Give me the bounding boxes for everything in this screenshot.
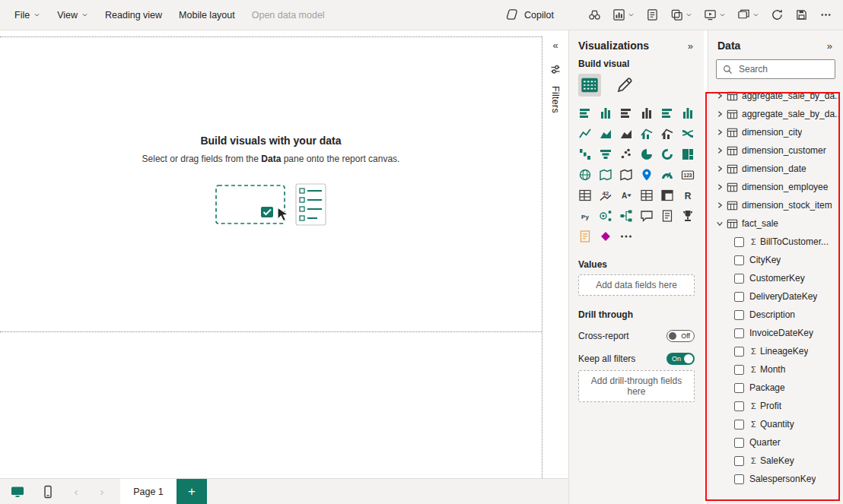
field-row-deliverydatekey[interactable]: DeliveryDateKey xyxy=(708,287,843,306)
card-icon[interactable]: 123 xyxy=(679,167,696,182)
field-checkbox[interactable] xyxy=(734,310,744,320)
table-row-dimension-stock-item[interactable]: dimension_stock_item xyxy=(708,196,843,214)
field-checkbox[interactable] xyxy=(734,474,744,484)
notes-button[interactable] xyxy=(641,5,663,25)
clustered-bar-chart-icon[interactable] xyxy=(618,106,635,121)
report-canvas[interactable]: Build visuals with your data Select or d… xyxy=(0,36,542,332)
cross-report-toggle[interactable]: Off xyxy=(666,330,695,342)
chevron-collapsed-icon[interactable] xyxy=(714,127,725,138)
next-page-button[interactable]: › xyxy=(96,485,108,498)
pie-chart-icon[interactable] xyxy=(638,147,656,162)
more-options-button[interactable] xyxy=(815,5,837,25)
binoculars-button[interactable] xyxy=(584,5,606,25)
chevron-collapsed-icon[interactable] xyxy=(714,145,725,156)
save-button[interactable] xyxy=(791,5,813,25)
data-search-box[interactable] xyxy=(716,59,835,79)
field-row-citykey[interactable]: CityKey xyxy=(708,251,843,269)
gauge-icon[interactable] xyxy=(658,167,676,182)
field-checkbox[interactable] xyxy=(734,328,744,338)
field-row-package[interactable]: Package xyxy=(708,379,843,397)
mobile-view-button[interactable] xyxy=(40,483,56,500)
line-and-stacked-column-chart-icon[interactable] xyxy=(638,126,656,141)
presenter-mode-button[interactable] xyxy=(699,5,730,25)
table-row-fact-sale[interactable]: fact_sale xyxy=(708,214,843,233)
get-more-visuals-icon[interactable] xyxy=(618,229,635,244)
stacked-area-chart-icon[interactable] xyxy=(618,126,635,141)
multi-row-card-icon[interactable] xyxy=(577,188,594,203)
funnel-chart-icon[interactable] xyxy=(597,147,615,162)
100-stacked-column-chart-icon[interactable] xyxy=(679,106,696,121)
field-checkbox[interactable] xyxy=(734,456,744,466)
field-row-lineagekey[interactable]: ΣLineageKey xyxy=(708,342,843,360)
keep-all-filters-toggle[interactable]: On xyxy=(666,353,695,365)
format-visual-tab[interactable] xyxy=(613,74,636,97)
buttons-button[interactable] xyxy=(666,5,697,25)
field-checkbox[interactable] xyxy=(734,365,744,375)
menu-open-data-model[interactable]: Open data model xyxy=(243,5,333,25)
paginated-report-icon[interactable] xyxy=(577,229,594,244)
kpi-icon[interactable]: 42 xyxy=(597,188,615,203)
field-row-salespersonkey[interactable]: SalespersonKey xyxy=(708,470,843,488)
qa-visual-icon[interactable] xyxy=(638,208,656,223)
azure-map-icon[interactable] xyxy=(638,167,656,182)
waterfall-chart-icon[interactable] xyxy=(577,147,594,162)
field-row-salekey[interactable]: ΣSaleKey xyxy=(708,452,843,470)
table-row-dimension-customer[interactable]: dimension_customer xyxy=(708,141,843,160)
page-tab[interactable]: Page 1 xyxy=(120,479,177,504)
menu-view[interactable]: View xyxy=(49,5,97,25)
chevron-collapsed-icon[interactable] xyxy=(714,109,725,119)
build-visual-tab[interactable] xyxy=(578,74,601,97)
field-row-billtocustomer[interactable]: ΣBillToCustomer... xyxy=(708,233,843,251)
table-row-dimension-employee[interactable]: dimension_employee xyxy=(708,178,843,196)
field-checkbox[interactable] xyxy=(734,438,744,448)
power-apps-icon[interactable] xyxy=(597,229,615,244)
table-row-dimension-date[interactable]: dimension_date xyxy=(708,160,843,178)
field-checkbox[interactable] xyxy=(734,347,744,357)
expand-filters-button[interactable]: « xyxy=(549,38,561,52)
r-script-visual-icon[interactable]: R xyxy=(679,188,696,203)
menu-file[interactable]: File xyxy=(6,5,49,25)
field-row-invoicedatekey[interactable]: InvoiceDateKey xyxy=(708,324,843,342)
table-row-aggregate-sale-by-da[interactable]: aggregate_sale_by_da... xyxy=(708,87,843,105)
table-row-aggregate-sale-by-da[interactable]: aggregate_sale_by_da... xyxy=(708,105,843,123)
web-view-button[interactable] xyxy=(9,483,26,500)
menu-mobile-layout[interactable]: Mobile layout xyxy=(170,5,243,25)
key-influencers-icon[interactable] xyxy=(597,208,615,223)
window-button[interactable] xyxy=(733,5,764,25)
field-checkbox[interactable] xyxy=(734,274,744,284)
field-checkbox[interactable] xyxy=(734,401,744,411)
100-stacked-bar-chart-icon[interactable] xyxy=(658,106,676,121)
donut-chart-icon[interactable] xyxy=(658,147,676,162)
new-visual-button[interactable] xyxy=(608,5,639,25)
table-row-dimension-city[interactable]: dimension_city xyxy=(708,123,843,141)
chevron-collapsed-icon[interactable] xyxy=(714,182,725,192)
field-row-quantity[interactable]: ΣQuantity xyxy=(708,415,843,433)
collapse-data-button[interactable]: » xyxy=(826,40,834,52)
shape-map-icon[interactable] xyxy=(618,167,635,182)
previous-page-button[interactable]: ‹ xyxy=(70,485,82,498)
ribbon-chart-icon[interactable] xyxy=(679,126,696,141)
field-row-description[interactable]: Description xyxy=(708,306,843,324)
filled-map-icon[interactable] xyxy=(597,167,615,182)
table-icon[interactable] xyxy=(638,188,656,203)
map-icon[interactable] xyxy=(577,167,594,182)
refresh-button[interactable] xyxy=(766,5,788,25)
field-checkbox[interactable] xyxy=(734,292,744,302)
search-input[interactable] xyxy=(737,63,829,75)
smart-narrative-icon[interactable] xyxy=(658,208,676,223)
chevron-collapsed-icon[interactable] xyxy=(714,163,725,174)
chevron-collapsed-icon[interactable] xyxy=(714,200,725,211)
metrics-icon[interactable] xyxy=(679,208,696,223)
field-checkbox[interactable] xyxy=(734,255,744,265)
stacked-bar-chart-icon[interactable] xyxy=(577,106,594,121)
matrix-icon[interactable] xyxy=(658,188,676,203)
add-page-button[interactable]: + xyxy=(177,479,207,504)
treemap-icon[interactable] xyxy=(679,147,696,162)
copilot-button[interactable]: Copilot xyxy=(498,5,561,25)
python-visual-icon[interactable]: Py xyxy=(577,208,594,223)
field-checkbox[interactable] xyxy=(734,237,744,247)
line-and-clustered-column-chart-icon[interactable] xyxy=(658,126,676,141)
chevron-collapsed-icon[interactable] xyxy=(714,90,725,101)
slicer-icon[interactable]: A xyxy=(618,188,635,203)
field-row-quarter[interactable]: Quarter xyxy=(708,433,843,452)
